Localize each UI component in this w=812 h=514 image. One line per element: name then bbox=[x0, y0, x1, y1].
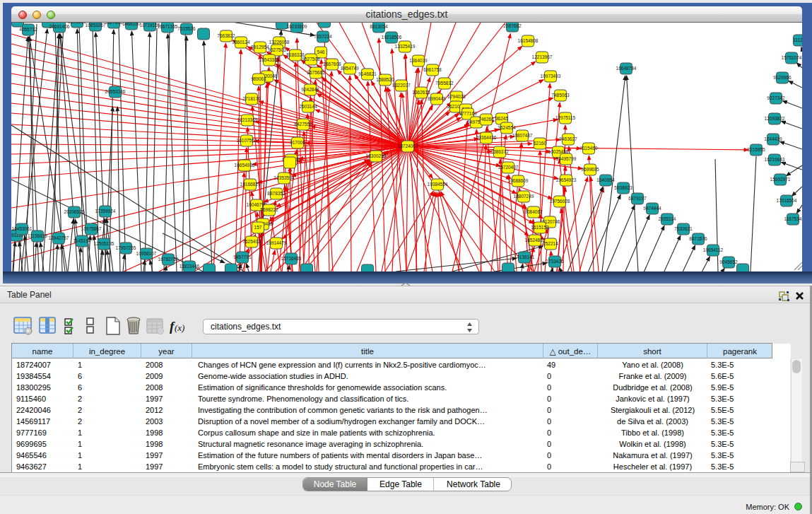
svg-text:10688609: 10688609 bbox=[508, 178, 529, 183]
svg-text:8990448: 8990448 bbox=[428, 96, 446, 101]
svg-text:8215955: 8215955 bbox=[747, 147, 765, 152]
svg-text:9457791: 9457791 bbox=[233, 255, 252, 259]
svg-text:9242848: 9242848 bbox=[301, 87, 319, 92]
svg-text:917006: 917006 bbox=[290, 140, 305, 145]
svg-text:17359924: 17359924 bbox=[95, 209, 116, 214]
svg-text:10975867: 10975867 bbox=[81, 226, 102, 231]
svg-text:7663822: 7663822 bbox=[217, 33, 235, 38]
svg-text:157: 157 bbox=[254, 225, 262, 230]
svg-text:7485063: 7485063 bbox=[551, 93, 570, 98]
svg-text:14495799: 14495799 bbox=[556, 156, 577, 161]
svg-text:7386372: 7386372 bbox=[490, 149, 509, 154]
svg-text:9146821: 9146821 bbox=[358, 71, 377, 76]
svg-text:746266: 746266 bbox=[478, 117, 494, 122]
svg-text:6961758: 6961758 bbox=[423, 67, 442, 72]
svg-text:15720407: 15720407 bbox=[498, 165, 519, 170]
svg-text:9227342: 9227342 bbox=[767, 95, 785, 100]
svg-text:8322037: 8322037 bbox=[392, 83, 411, 88]
svg-text:2087682: 2087682 bbox=[503, 23, 522, 28]
svg-text:11156819: 11156819 bbox=[28, 233, 47, 238]
svg-text:17016504: 17016504 bbox=[777, 198, 797, 203]
svg-text:2718170: 2718170 bbox=[242, 96, 261, 101]
svg-text:1244419: 1244419 bbox=[764, 136, 782, 141]
svg-text:14136141: 14136141 bbox=[514, 255, 535, 259]
svg-text:9115460: 9115460 bbox=[580, 146, 598, 151]
svg-text:16453061: 16453061 bbox=[12, 226, 33, 231]
svg-text:8454749: 8454749 bbox=[341, 66, 359, 71]
svg-text:16654936: 16654936 bbox=[235, 163, 255, 168]
svg-text:7632621: 7632621 bbox=[674, 226, 693, 231]
svg-text:20206526: 20206526 bbox=[64, 209, 85, 214]
svg-text:13325419: 13325419 bbox=[395, 44, 416, 49]
svg-text:7357224: 7357224 bbox=[314, 34, 332, 39]
svg-text:10853267: 10853267 bbox=[86, 23, 106, 28]
svg-text:20364436: 20364436 bbox=[476, 135, 497, 140]
svg-text:62160: 62160 bbox=[534, 141, 546, 146]
svg-text:6879197: 6879197 bbox=[628, 196, 647, 201]
svg-text:9129966: 9129966 bbox=[773, 75, 792, 80]
svg-text:3624554: 3624554 bbox=[498, 125, 516, 130]
svg-text:11823446: 11823446 bbox=[180, 264, 200, 269]
svg-text:16033809: 16033809 bbox=[287, 24, 307, 29]
svg-text:7625402: 7625402 bbox=[242, 239, 261, 244]
svg-text:8471676: 8471676 bbox=[689, 236, 707, 241]
svg-text:10807487: 10807487 bbox=[512, 133, 533, 138]
svg-text:18724007: 18724007 bbox=[398, 144, 418, 148]
svg-text:10973493: 10973493 bbox=[541, 74, 561, 78]
svg-text:19166829: 19166829 bbox=[240, 182, 261, 187]
svg-text:252214: 252214 bbox=[543, 241, 558, 246]
svg-text:8813054: 8813054 bbox=[370, 24, 388, 29]
svg-text:1362615: 1362615 bbox=[412, 90, 430, 95]
svg-text:16782759: 16782759 bbox=[158, 257, 179, 262]
svg-text:1640954: 1640954 bbox=[596, 177, 615, 182]
svg-text:2603144: 2603144 bbox=[299, 104, 317, 109]
svg-text:9474444: 9474444 bbox=[643, 206, 661, 211]
svg-text:16648784: 16648784 bbox=[616, 66, 637, 71]
svg-text:18300295: 18300295 bbox=[366, 153, 387, 158]
svg-text:13226058: 13226058 bbox=[269, 40, 290, 45]
svg-text:20691406: 20691406 bbox=[49, 24, 70, 29]
svg-text:(x): (x) bbox=[175, 322, 184, 333]
svg-text:9699695: 9699695 bbox=[581, 167, 599, 172]
svg-text:8878352: 8878352 bbox=[267, 191, 286, 196]
svg-text:12093822: 12093822 bbox=[765, 116, 785, 121]
svg-text:9327503: 9327503 bbox=[268, 47, 286, 52]
svg-text:9245652: 9245652 bbox=[719, 259, 738, 264]
svg-text:1364039: 1364039 bbox=[409, 58, 428, 63]
svg-text:9860124: 9860124 bbox=[232, 40, 250, 45]
svg-text:16210643: 16210643 bbox=[765, 157, 785, 162]
svg-text:1145194: 1145194 bbox=[73, 238, 91, 243]
svg-text:5938923: 5938923 bbox=[614, 185, 632, 190]
svg-text:36245: 36245 bbox=[495, 116, 508, 121]
svg-text:11123: 11123 bbox=[793, 37, 802, 42]
svg-text:8912954: 8912954 bbox=[251, 45, 269, 49]
svg-text:546: 546 bbox=[317, 49, 325, 54]
svg-text:19756928: 19756928 bbox=[550, 199, 570, 204]
svg-text:9777169: 9777169 bbox=[459, 111, 477, 116]
svg-text:16154808: 16154808 bbox=[518, 38, 539, 43]
svg-text:15692971: 15692971 bbox=[770, 177, 791, 182]
svg-text:1167534: 1167534 bbox=[784, 216, 802, 221]
svg-text:9463627: 9463627 bbox=[559, 136, 577, 141]
svg-text:12505135: 12505135 bbox=[94, 241, 114, 246]
svg-text:6466160: 6466160 bbox=[122, 23, 141, 26]
svg-text:2103619: 2103619 bbox=[68, 23, 86, 24]
svg-text:10958107: 10958107 bbox=[136, 251, 157, 256]
svg-text:12213369: 12213369 bbox=[237, 117, 258, 122]
svg-text:16543382: 16543382 bbox=[259, 57, 280, 62]
svg-text:16107553: 16107553 bbox=[237, 138, 257, 143]
svg-text:1527602: 1527602 bbox=[105, 23, 123, 25]
svg-text:7515526: 7515526 bbox=[177, 26, 196, 31]
svg-text:1615152: 1615152 bbox=[531, 225, 549, 230]
svg-text:1733426: 1733426 bbox=[546, 259, 564, 264]
svg-text:10654112: 10654112 bbox=[703, 247, 724, 252]
svg-text:4055712: 4055712 bbox=[19, 27, 37, 32]
svg-text:19384554: 19384554 bbox=[428, 182, 448, 187]
svg-text:2867608: 2867608 bbox=[323, 62, 341, 66]
svg-text:2935114: 2935114 bbox=[659, 216, 676, 221]
svg-text:17957255: 17957255 bbox=[116, 245, 136, 250]
svg-text:15716485: 15716485 bbox=[281, 256, 302, 261]
svg-text:12942757: 12942757 bbox=[49, 235, 69, 240]
svg-text:7955812: 7955812 bbox=[435, 81, 454, 86]
svg-text:12975115: 12975115 bbox=[555, 115, 576, 120]
